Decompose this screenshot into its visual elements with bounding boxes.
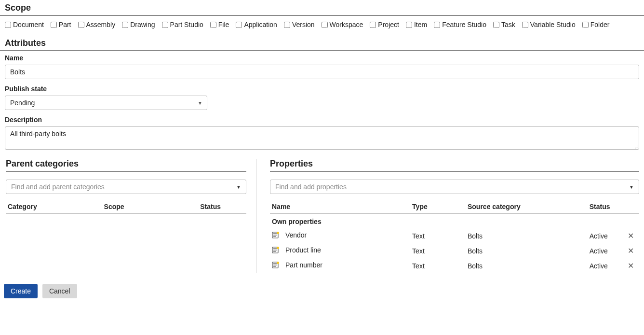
- table-row: Part number Text Bolts Active ✕: [270, 258, 639, 273]
- scope-label: Drawing: [130, 21, 155, 28]
- remove-property-icon[interactable]: ✕: [626, 246, 635, 255]
- scope-checkbox-version[interactable]: [284, 22, 290, 28]
- property-icon: [272, 261, 280, 270]
- scope-checkbox-workspace[interactable]: [322, 22, 328, 28]
- scope-checkbox-part[interactable]: [51, 22, 57, 28]
- scope-label: Project: [378, 21, 399, 28]
- property-source: Bolts: [466, 258, 588, 273]
- property-name: Product line: [285, 246, 321, 254]
- description-label: Description: [5, 116, 639, 124]
- publish-state-select[interactable]: Pending: [5, 96, 207, 110]
- name-input[interactable]: [5, 65, 639, 79]
- scope-label: Folder: [590, 21, 610, 28]
- description-textarea[interactable]: [5, 126, 639, 150]
- parent-categories-combo[interactable]: Find and add parent categories ▼: [6, 180, 246, 194]
- chevron-down-icon: ▼: [236, 184, 241, 190]
- scope-item-version[interactable]: Version: [284, 21, 315, 28]
- scope-item-application[interactable]: Application: [236, 21, 277, 28]
- attributes-heading: Attributes: [0, 35, 644, 51]
- property-status: Active: [588, 228, 625, 243]
- scope-label: Task: [501, 21, 515, 28]
- properties-table: Name Type Source category Status Own pro…: [270, 200, 639, 273]
- property-icon: [272, 246, 280, 255]
- col-status: Status: [588, 200, 625, 214]
- scope-item-partstudio[interactable]: Part Studio: [162, 21, 203, 28]
- properties-heading: Properties: [270, 159, 639, 172]
- property-type: Text: [410, 228, 466, 243]
- scope-item-project[interactable]: Project: [370, 21, 399, 28]
- cancel-button[interactable]: Cancel: [42, 284, 77, 298]
- scope-checkbox-variablestudio[interactable]: [522, 22, 528, 28]
- scope-label: Item: [414, 21, 427, 28]
- chevron-down-icon: ▼: [629, 184, 634, 190]
- name-label: Name: [5, 54, 639, 62]
- parent-categories-table: Category Scope Status: [6, 200, 246, 214]
- scope-item-file[interactable]: File: [210, 21, 229, 28]
- scope-checkbox-row: Document Part Assembly Drawing Part Stud…: [0, 16, 644, 35]
- scope-item-item[interactable]: Item: [406, 21, 427, 28]
- properties-combo[interactable]: Find and add properties ▼: [270, 180, 639, 194]
- svg-point-14: [277, 262, 279, 264]
- scope-item-folder[interactable]: Folder: [582, 21, 610, 28]
- scope-item-document[interactable]: Document: [5, 21, 44, 28]
- scope-label: Part: [59, 21, 71, 28]
- table-row: Product line Text Bolts Active ✕: [270, 243, 639, 258]
- scope-label: Workspace: [330, 21, 363, 28]
- svg-point-4: [277, 232, 279, 234]
- scope-item-drawing[interactable]: Drawing: [122, 21, 155, 28]
- parent-categories-placeholder: Find and add parent categories: [11, 183, 105, 191]
- scope-item-assembly[interactable]: Assembly: [78, 21, 116, 28]
- col-scope: Scope: [102, 200, 199, 214]
- scope-label: Assembly: [86, 21, 116, 28]
- property-type: Text: [410, 243, 466, 258]
- parent-categories-heading: Parent categories: [6, 159, 246, 172]
- scope-checkbox-assembly[interactable]: [78, 22, 84, 28]
- scope-item-part[interactable]: Part: [51, 21, 71, 28]
- scope-label: Version: [292, 21, 315, 28]
- scope-checkbox-featurestudio[interactable]: [434, 22, 440, 28]
- scope-checkbox-folder[interactable]: [582, 22, 589, 28]
- col-category: Category: [6, 200, 102, 214]
- own-properties-label: Own properties: [270, 214, 639, 229]
- property-source: Bolts: [466, 243, 588, 258]
- property-status: Active: [588, 243, 625, 258]
- property-source: Bolts: [466, 228, 588, 243]
- scope-heading: Scope: [0, 0, 644, 16]
- property-icon: [272, 231, 280, 240]
- publish-state-label: Publish state: [5, 85, 639, 93]
- scope-item-task[interactable]: Task: [493, 21, 515, 28]
- scope-checkbox-task[interactable]: [493, 22, 499, 28]
- scope-checkbox-item[interactable]: [406, 22, 412, 28]
- scope-checkbox-drawing[interactable]: [122, 22, 128, 28]
- scope-checkbox-file[interactable]: [210, 22, 216, 28]
- remove-property-icon[interactable]: ✕: [626, 261, 635, 270]
- scope-label: Variable Studio: [530, 21, 576, 28]
- col-status: Status: [198, 200, 246, 214]
- scope-label: File: [218, 21, 229, 28]
- scope-checkbox-partstudio[interactable]: [162, 22, 168, 28]
- scope-checkbox-project[interactable]: [370, 22, 376, 28]
- scope-item-featurestudio[interactable]: Feature Studio: [434, 21, 486, 28]
- col-source: Source category: [466, 200, 588, 214]
- table-row: Vendor Text Bolts Active ✕: [270, 228, 639, 243]
- col-name: Name: [270, 200, 410, 214]
- scope-item-workspace[interactable]: Workspace: [322, 21, 363, 28]
- scope-label: Feature Studio: [442, 21, 486, 28]
- remove-property-icon[interactable]: ✕: [626, 231, 635, 240]
- property-status: Active: [588, 258, 625, 273]
- scope-item-variablestudio[interactable]: Variable Studio: [522, 21, 576, 28]
- properties-placeholder: Find and add properties: [275, 183, 347, 191]
- scope-label: Application: [244, 21, 277, 28]
- create-button[interactable]: Create: [4, 284, 38, 298]
- col-type: Type: [410, 200, 466, 214]
- scope-label: Part Studio: [170, 21, 203, 28]
- scope-label: Document: [13, 21, 44, 28]
- scope-checkbox-document[interactable]: [5, 22, 11, 28]
- property-name: Part number: [285, 261, 322, 269]
- property-name: Vendor: [285, 231, 307, 239]
- svg-point-9: [277, 247, 279, 249]
- property-type: Text: [410, 258, 466, 273]
- scope-checkbox-application[interactable]: [236, 22, 242, 28]
